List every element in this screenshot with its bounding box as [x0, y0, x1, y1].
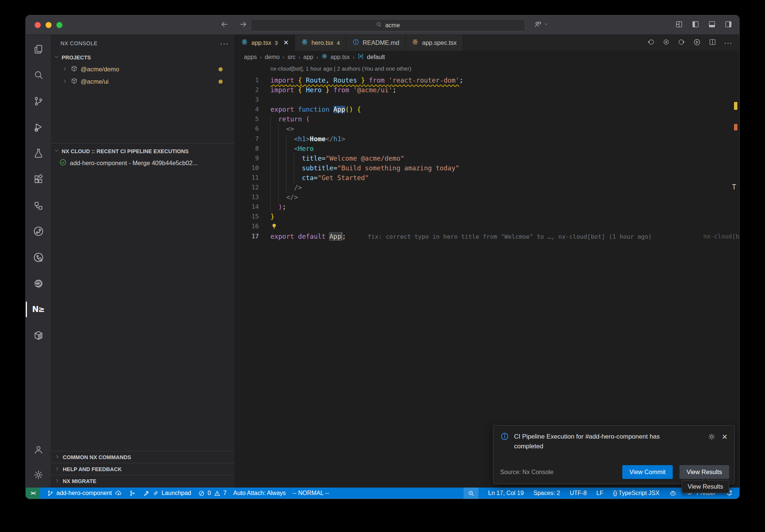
line-content: } [259, 212, 275, 222]
settings-gear-icon[interactable] [26, 466, 51, 484]
split-editor-icon[interactable] [709, 38, 716, 47]
tab-readme-md[interactable]: README.md [346, 35, 406, 51]
line-number: 10 [235, 163, 259, 173]
tab-app-tsx[interactable]: app.tsx 3 ✕ [235, 35, 295, 51]
code-line[interactable]: 3 [235, 95, 739, 105]
encoding-status-item[interactable]: UTF-8 [570, 490, 586, 497]
code-line[interactable]: 1import { Route, Routes } from 'react-ro… [235, 75, 739, 85]
minimize-window-button[interactable] [46, 22, 52, 28]
history-back-icon[interactable] [220, 20, 229, 30]
language-status-item[interactable]: {} TypeScript JSX [613, 490, 659, 497]
activity-bar: N≥ [26, 35, 51, 488]
codelens-blame[interactable]: nx-cloud[bot], 1 hour ago | 2 authors (Y… [270, 65, 411, 72]
branch-status-item[interactable]: add-hero-component [47, 489, 122, 497]
chevron-down-icon[interactable] [543, 22, 549, 28]
project-item-acme-demo[interactable]: @acme/demo [51, 63, 235, 75]
code-line[interactable]: 12 /> [235, 183, 739, 192]
code-line[interactable]: 5 return ( [235, 114, 739, 124]
project-item-acme-ui[interactable]: @acme/ui [51, 75, 235, 88]
code-line[interactable]: 9 title="Welcome @acme/demo" [235, 154, 739, 163]
nx-cloud-graph-icon[interactable] [26, 222, 51, 240]
toggle-secondary-sidebar-icon[interactable] [724, 20, 733, 30]
code-line[interactable]: 10 subtitle="Build something amazing tod… [235, 163, 739, 173]
testing-icon[interactable] [26, 144, 51, 162]
search-sidebar-icon[interactable] [26, 66, 51, 84]
section-help-and-feedback[interactable]: HELP AND FEEDBACK [51, 463, 235, 475]
launchpad-status-item[interactable]: Launchpad [143, 490, 191, 497]
notification-close-icon[interactable]: ✕ [722, 433, 728, 441]
problems-status-item[interactable]: 0 7 [198, 490, 227, 497]
check-circle-icon [59, 158, 67, 168]
navigate-forward-circle-icon[interactable] [678, 38, 685, 47]
line-content: ); [259, 202, 286, 212]
eol-status-item[interactable]: LF [597, 490, 604, 497]
pipeline-execution-item[interactable]: add-hero-component - Merge 409b44e5cb02.… [51, 157, 235, 169]
command-center-search[interactable]: acme [251, 19, 525, 31]
code-line[interactable]: 4export function App() { [235, 105, 739, 114]
nx-console-icon[interactable]: N≥ [26, 300, 51, 318]
code-line[interactable]: 14 ); [235, 202, 739, 212]
target-circle-icon[interactable] [662, 38, 670, 47]
section-nx-migrate[interactable]: NX MIGRATE [51, 475, 235, 487]
line-content: import { Route, Routes } from 'react-rou… [259, 75, 463, 85]
toggle-panel-icon[interactable] [708, 20, 716, 30]
view-results-button[interactable]: View Results [679, 465, 729, 479]
zoom-status-icon[interactable] [464, 488, 478, 499]
navigate-back-circle-icon[interactable] [647, 38, 655, 47]
run-file-icon[interactable] [693, 38, 701, 48]
explorer-icon[interactable] [26, 40, 51, 58]
notification-message: CI Pipeline Execution for #add-hero-comp… [514, 432, 686, 451]
code-line[interactable]: 13 </> [235, 192, 739, 202]
extensions-icon[interactable] [26, 170, 51, 188]
nx-cloud-section-header[interactable]: NX CLOUD :: RECENT CI PIPELINE EXECUTION… [51, 146, 235, 157]
modified-dot [219, 80, 223, 84]
projects-section-header[interactable]: PROJECTS [51, 52, 235, 63]
nx-cloud-search-icon[interactable] [26, 248, 51, 266]
history-forward-icon[interactable] [239, 20, 248, 30]
info-icon [352, 38, 359, 47]
vim-mode-status-item[interactable]: -- NORMAL -- [292, 490, 329, 497]
zoom-window-button[interactable] [56, 22, 62, 28]
sidebar-more-actions-icon[interactable]: ··· [220, 39, 229, 48]
code-line[interactable]: 2import { Hero } from '@acme/ui'; [235, 85, 739, 95]
code-line[interactable]: 16 [235, 222, 739, 231]
accounts-icon[interactable] [26, 440, 51, 458]
code-line[interactable]: 17export default App;fix: correct typo i… [235, 232, 739, 241]
line-number: 14 [235, 202, 259, 212]
code-line[interactable]: 11 cta="Get Started" [235, 173, 739, 183]
view-results-tooltip: View Results [682, 480, 729, 493]
notification-gear-icon[interactable] [707, 433, 716, 442]
view-commit-button[interactable]: View Commit [622, 465, 673, 479]
cursor-position-status-item[interactable]: Ln 17, Col 19 [488, 490, 524, 497]
status-bar: >< add-hero-component Launchpad 0 7 Auto… [26, 488, 739, 499]
remote-indicator[interactable]: >< [26, 488, 40, 499]
code-line[interactable]: 15} [235, 212, 739, 222]
indentation-status-item[interactable]: Spaces: 2 [533, 490, 560, 497]
code-line[interactable]: 8 <Hero [235, 144, 739, 154]
line-number: 8 [235, 144, 259, 154]
editor-more-actions-icon[interactable]: ··· [724, 38, 733, 47]
references-icon[interactable] [26, 197, 51, 215]
breadcrumb[interactable]: apps› demo› src› app› app.tsx› default [235, 51, 739, 63]
tab-hero-tsx[interactable]: hero.tsx 4 [295, 35, 346, 51]
code-area[interactable]: nx-cloud[bot], 1 hour ago | 2 authors (Y… [235, 63, 739, 488]
tab-app-spec-tsx[interactable]: app.spec.tsx [406, 35, 463, 51]
lightbulb-icon[interactable] [270, 223, 278, 230]
line-content: <h1>Home</h1> [259, 134, 345, 144]
package-view-icon[interactable] [26, 327, 51, 344]
git-graph-status-icon[interactable] [129, 490, 136, 497]
close-tab-icon[interactable]: ✕ [284, 39, 289, 47]
toggle-primary-sidebar-icon[interactable] [691, 20, 700, 30]
customize-layout-icon[interactable] [675, 20, 683, 30]
close-window-button[interactable] [35, 22, 41, 28]
source-control-icon[interactable] [26, 92, 51, 110]
code-line[interactable]: 7 <h1>Home</h1> [235, 134, 739, 144]
profile-icon[interactable] [534, 20, 542, 30]
edge-browser-icon[interactable] [26, 275, 51, 293]
auto-attach-status-item[interactable]: Auto Attach: Always [233, 490, 286, 497]
copilot-icon[interactable] [669, 489, 677, 497]
line-number: 6 [235, 124, 259, 134]
code-line[interactable]: 6 <> [235, 124, 739, 134]
section-common-nx-commands[interactable]: COMMON NX COMMANDS [51, 451, 235, 463]
run-debug-icon[interactable] [26, 118, 51, 136]
